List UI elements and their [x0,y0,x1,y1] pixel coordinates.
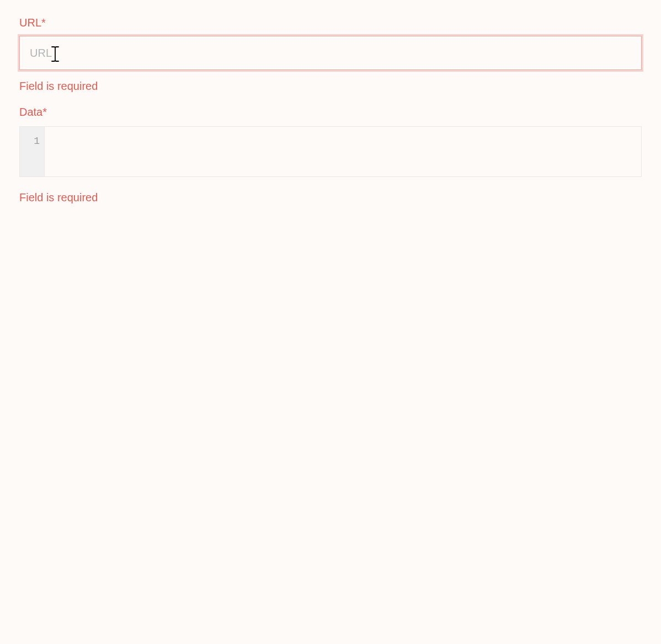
url-error-message: Field is required [19,80,642,93]
data-error-message: Field is required [19,191,642,204]
url-input[interactable] [19,36,642,70]
code-area[interactable] [45,127,641,176]
url-input-wrapper [19,36,642,70]
line-number: 1 [22,135,40,148]
url-label: URL* [19,17,642,29]
data-code-editor[interactable]: 1 [19,126,642,177]
line-gutter: 1 [20,127,45,176]
data-label: Data* [19,106,642,119]
